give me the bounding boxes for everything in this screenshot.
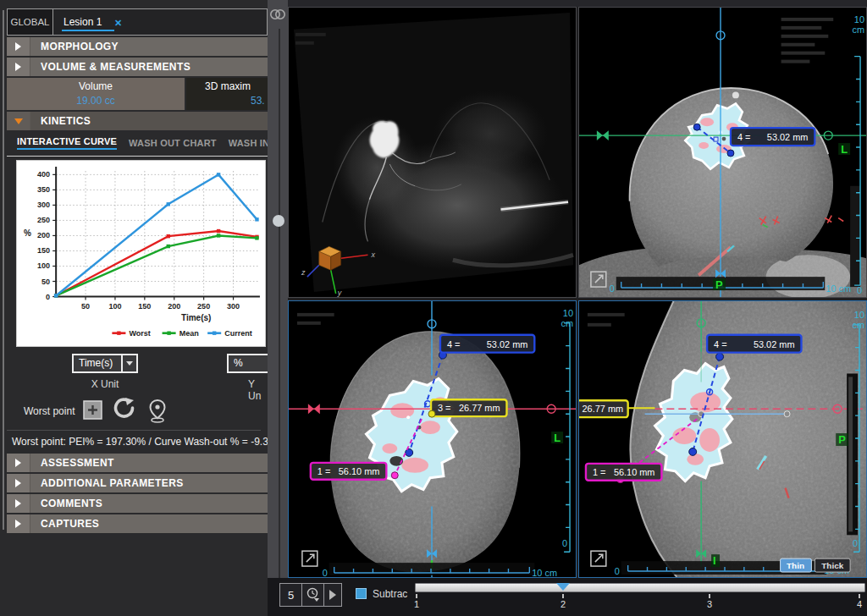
add-point-button[interactable] <box>84 401 102 419</box>
timing-button[interactable] <box>302 584 324 606</box>
svg-text:300: 300 <box>227 302 240 311</box>
lesion-tab-bar: GLOBAL Lesion 1 ✕ <box>7 8 268 36</box>
tab-wash-in-chart[interactable]: WASH IN CHA <box>229 138 268 148</box>
ruler-zero: 0 <box>610 283 615 294</box>
phase-slider-thumb[interactable] <box>556 583 570 591</box>
section-header-kinetics[interactable]: KINETICS <box>7 112 268 130</box>
thick-button-label: Thick <box>821 561 843 570</box>
lesion-analysis-panel: GLOBAL Lesion 1 ✕ MORPHOLOGY VOLUME & ME… <box>0 0 268 616</box>
section-header-comments[interactable]: COMMENTS <box>7 494 268 513</box>
max-diameter-cell: 3D maxim 53. <box>186 78 268 110</box>
svg-text:350: 350 <box>37 185 50 194</box>
expand-arrow-icon[interactable] <box>7 58 30 76</box>
triangle-down-icon <box>14 118 23 124</box>
interactive-curve-plot: 0501001502002503003504005010015020025030… <box>17 161 265 346</box>
frame-number[interactable]: 5 <box>280 584 302 606</box>
pin-dot <box>155 404 159 409</box>
subtract-checkbox[interactable] <box>356 588 367 599</box>
expand-arrow-icon[interactable] <box>7 514 30 533</box>
locate-point-button[interactable] <box>151 400 165 422</box>
section-label: ASSESSMENT <box>30 454 114 472</box>
orientation-left: L <box>841 143 848 156</box>
section-header-morphology[interactable]: MORPHOLOGY <box>7 37 268 56</box>
measurement-1[interactable]: 1 = 56.10 mm <box>586 464 661 481</box>
triangle-right-icon <box>15 479 21 487</box>
kinetics-subtabs: INTERACTIVE CURVE WASH OUT CHART WASH IN… <box>7 132 268 153</box>
measurement-4-value: 53.02 mm <box>767 132 809 142</box>
slider-tick <box>562 594 564 598</box>
tab-global[interactable]: GLOBAL <box>8 9 53 35</box>
measurement-1[interactable]: 1 = 56.10 mm <box>311 463 386 480</box>
measurement-1-value: 56.10 mm <box>339 466 380 476</box>
orientation-left: L <box>554 432 561 444</box>
close-tab-icon[interactable]: ✕ <box>114 10 122 36</box>
measurement-3-value: 26.77 mm <box>583 404 624 414</box>
x-unit-value: Time(s) <box>74 355 121 371</box>
measurement-3-label: 3 = <box>438 403 451 413</box>
slider-tick <box>709 594 710 598</box>
sync-views-icon[interactable] <box>268 7 287 22</box>
measurement-4-label: 4 = <box>737 132 750 142</box>
tab-interactive-curve[interactable]: INTERACTIVE CURVE <box>17 136 117 150</box>
y-unit-label: Y Un <box>248 378 268 402</box>
timeline-bar: 5 Subtrac 1 2 3 4 <box>268 578 867 616</box>
section-header-additional-parameters[interactable]: ADDITIONAL PARAMETERS <box>7 474 268 492</box>
tab-lesion-1[interactable]: Lesion 1 ✕ <box>53 9 267 35</box>
orientation-posterior: P <box>838 433 846 446</box>
viewport-sagittal[interactable]: 4 = 53.02 mm 26.77 mm 1 = 56.10 mm 10 cm… <box>578 300 867 578</box>
section-header-volume-measurements[interactable]: VOLUME & MEASUREMENTS <box>7 58 268 76</box>
kinetics-curve-chart[interactable]: 0501001502002503003504005010015020025030… <box>17 161 265 346</box>
measurement-4-value: 53.02 mm <box>754 339 795 349</box>
measurements-table: Volume 19.00 cc 3D maxim 53. <box>7 78 268 110</box>
viewport-mip-3d[interactable]: x y z <box>288 7 577 298</box>
viewport-top-gap <box>288 0 867 7</box>
svg-text:300: 300 <box>37 201 50 209</box>
measurement-4-label: 4 = <box>714 339 727 349</box>
measurement-3[interactable]: 26.77 mm <box>579 400 628 417</box>
collapse-arrow-icon[interactable] <box>7 112 30 130</box>
expand-arrow-icon[interactable] <box>7 454 30 472</box>
viewport-axial-subtraction[interactable]: 4 = 53.02 mm 3 = 26.77 mm 1 = 56.10 mm 1… <box>288 300 577 578</box>
phase-slider-track[interactable] <box>415 583 865 592</box>
triangle-right-icon <box>15 63 21 71</box>
thin-button-label: Thin <box>787 561 804 570</box>
measurement-4[interactable]: 4 = 53.02 mm <box>707 335 801 353</box>
measurement-3[interactable]: 3 = 26.77 mm <box>428 399 506 417</box>
expand-arrow-icon[interactable] <box>7 37 30 56</box>
max-diameter-label: 3D maxim <box>186 78 268 92</box>
z-axis-label: z <box>301 268 306 277</box>
svg-text:Worst: Worst <box>129 329 150 338</box>
clock-icon <box>306 586 321 603</box>
pin-base <box>152 418 163 422</box>
volume-value: 19.00 cc <box>7 92 185 107</box>
dropdown-button[interactable] <box>121 355 136 371</box>
measurement-4[interactable]: 4 = 53.02 mm <box>440 335 534 353</box>
section-label: CAPTURES <box>30 514 99 533</box>
svg-text:Current: Current <box>224 329 252 338</box>
svg-text:50: 50 <box>41 278 50 286</box>
section-header-assessment[interactable]: ASSESSMENT <box>7 454 268 472</box>
section-header-captures[interactable]: CAPTURES <box>7 514 268 533</box>
measurement-4-label: 4 = <box>447 339 461 349</box>
orientation-posterior: P <box>715 278 723 291</box>
y-unit-dropdown[interactable]: % <box>227 354 268 373</box>
triangle-right-icon <box>15 499 21 508</box>
orientation-labels: L <box>551 432 563 444</box>
measurement-4-value: 53.02 mm <box>487 339 528 349</box>
play-button[interactable] <box>324 584 341 606</box>
slider-tick <box>859 594 860 598</box>
expand-arrow-icon[interactable] <box>7 474 30 492</box>
svg-text:100: 100 <box>37 262 50 271</box>
ruler-zero: 0 <box>562 538 567 548</box>
splitter-drag-handle[interactable] <box>273 215 284 227</box>
ruler-ten: 10 <box>854 14 864 25</box>
frame-spinner: 5 <box>279 583 342 607</box>
x-unit-dropdown[interactable]: Time(s) <box>72 354 138 373</box>
panel-splitter[interactable] <box>268 0 288 616</box>
viewport-axial[interactable]: 4 = 53.02 mm 10 cm 0 0 10 cm L P <box>578 7 867 298</box>
expand-arrow-icon[interactable] <box>7 494 30 513</box>
tab-wash-out-chart[interactable]: WASH OUT CHART <box>129 138 217 148</box>
svg-text:150: 150 <box>138 302 151 311</box>
svg-text:250: 250 <box>37 216 50 224</box>
reset-point-button[interactable] <box>116 398 134 416</box>
